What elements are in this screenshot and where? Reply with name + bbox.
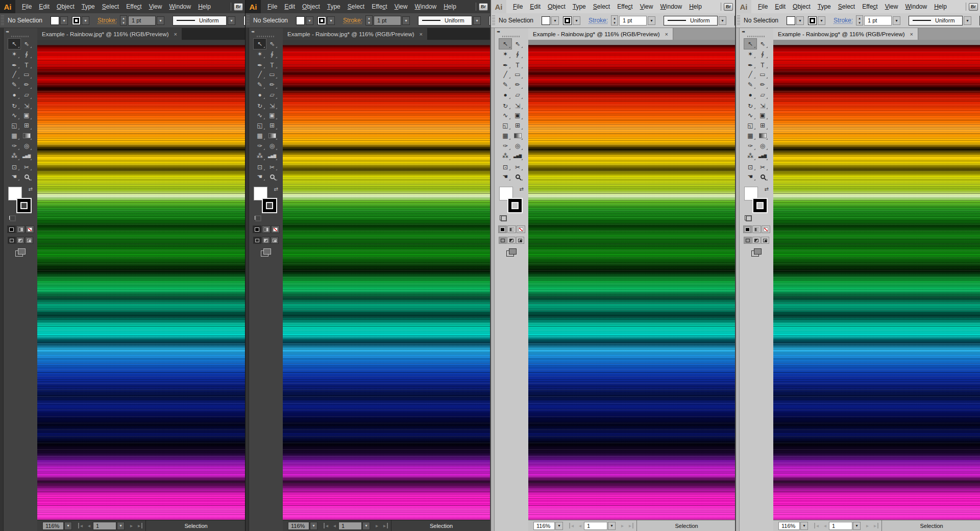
stroke-color-swatch[interactable]	[563, 16, 572, 25]
artboard-dropdown-icon[interactable]: ▾	[362, 522, 370, 530]
rainbow-artwork[interactable]	[283, 45, 490, 520]
draw-normal-button[interactable]	[253, 237, 261, 244]
zoom-level-field[interactable]: 116%	[778, 522, 800, 530]
canvas[interactable]	[773, 40, 980, 520]
perspective-grid-tool[interactable]: ⊞	[266, 120, 278, 131]
first-artboard-icon[interactable]: ◂	[569, 523, 576, 528]
hand-tool[interactable]: ☚	[254, 171, 266, 182]
scale-tool[interactable]: ⇲	[511, 102, 524, 110]
gradient-tool[interactable]	[20, 131, 33, 141]
line-segment-tool[interactable]: ╱	[499, 69, 511, 80]
blend-tool[interactable]: ◎	[756, 141, 769, 151]
stepper-down-icon[interactable]: ▾	[366, 20, 372, 25]
type-tool[interactable]: T	[266, 61, 278, 69]
artboard-number-field[interactable]: 1	[338, 522, 362, 530]
default-fill-stroke-icon[interactable]	[500, 215, 507, 221]
width-profile-dropdown[interactable]: Uniform	[664, 16, 718, 26]
fill-dropdown-arrow-icon[interactable]: ▾	[796, 16, 804, 25]
next-artboard-icon[interactable]: ▸	[373, 523, 381, 528]
last-artboard-icon[interactable]: ▸	[135, 523, 142, 528]
stroke-box[interactable]	[262, 198, 277, 213]
menu-type[interactable]: Type	[569, 1, 590, 12]
zoom-level-field[interactable]: 116%	[42, 522, 64, 530]
panel-drag-handle[interactable]	[747, 36, 766, 37]
menu-help[interactable]: Help	[440, 1, 460, 12]
swap-fill-stroke-icon[interactable]: ⇄	[274, 187, 278, 192]
blob-brush-tool[interactable]: ●	[254, 90, 266, 100]
stepper-up-icon[interactable]: ▴	[366, 16, 372, 20]
lasso-tool[interactable]: ∮	[20, 49, 33, 59]
profile-dropdown-arrow-icon[interactable]: ▾	[473, 16, 481, 25]
last-artboard-icon[interactable]: ▸	[871, 523, 878, 528]
rectangle-tool[interactable]: ▭	[20, 69, 33, 80]
perspective-grid-tool[interactable]: ⊞	[756, 120, 769, 131]
collapse-panel-icon[interactable]: ◂◂	[4, 28, 10, 34]
free-transform-tool[interactable]: ▣	[20, 110, 33, 120]
menu-effect[interactable]: Effect	[122, 1, 145, 12]
free-transform-tool[interactable]: ▣	[511, 110, 524, 120]
controlbar-grip-handle[interactable]	[737, 15, 740, 26]
stroke-weight-link[interactable]: Stroke:	[834, 17, 853, 24]
menu-edit[interactable]: Edit	[35, 1, 53, 12]
free-transform-tool[interactable]: ▣	[266, 110, 278, 120]
canvas[interactable]	[283, 40, 490, 520]
shape-builder-tool[interactable]: ◱	[8, 120, 20, 131]
zoom-level-field[interactable]: 116%	[288, 522, 309, 530]
zoom-dropdown-icon[interactable]: ▾	[64, 522, 72, 530]
menu-effect[interactable]: Effect	[368, 1, 390, 12]
symbol-sprayer-tool[interactable]: ⁂	[254, 151, 266, 161]
menu-file[interactable]: File	[509, 1, 526, 12]
pen-tool[interactable]: ✒	[499, 61, 511, 69]
menu-view[interactable]: View	[145, 1, 166, 12]
menu-edit[interactable]: Edit	[526, 1, 544, 12]
line-segment-tool[interactable]: ╱	[8, 69, 20, 80]
default-fill-stroke-icon[interactable]	[254, 215, 261, 221]
stroke-color-swatch[interactable]	[317, 16, 326, 25]
stepper-down-icon[interactable]: ▾	[611, 20, 618, 25]
draw-inside-button[interactable]	[25, 237, 33, 244]
stroke-dropdown-arrow-icon[interactable]: ▾	[327, 16, 335, 25]
blend-tool[interactable]: ◎	[511, 141, 524, 151]
menu-effect[interactable]: Effect	[859, 1, 881, 12]
stroke-box[interactable]	[16, 198, 32, 213]
width-tool[interactable]: ∿	[744, 110, 756, 120]
gradient-button[interactable]	[16, 225, 25, 233]
next-artboard-icon[interactable]: ▸	[864, 523, 871, 528]
eyedropper-tool[interactable]: ✑	[744, 141, 756, 151]
scale-tool[interactable]: ⇲	[20, 102, 33, 110]
slice-tool[interactable]: ✂	[511, 163, 524, 171]
stroke-weight-stepper[interactable]: ▴ ▾	[856, 15, 863, 26]
menu-select[interactable]: Select	[99, 1, 122, 12]
type-tool[interactable]: T	[756, 61, 769, 69]
stroke-weight-dropdown-icon[interactable]: ▾	[648, 16, 655, 25]
width-profile-dropdown[interactable]: Uniform	[909, 16, 963, 26]
eyedropper-tool[interactable]: ✑	[499, 141, 511, 151]
pen-tool[interactable]: ✒	[744, 61, 756, 69]
document-tab[interactable]: Example - Rainbow.jpg* @ 116% (RGB/Previ…	[283, 28, 428, 40]
next-artboard-icon[interactable]: ▸	[619, 523, 626, 528]
scale-tool[interactable]: ⇲	[266, 102, 278, 110]
stroke-dropdown-arrow-icon[interactable]: ▾	[573, 16, 580, 25]
none-button[interactable]	[762, 225, 770, 233]
symbol-sprayer-tool[interactable]: ⁂	[499, 151, 511, 161]
hand-tool[interactable]: ☚	[499, 171, 511, 182]
document-tab[interactable]: Example - Rainbow.jpg* @ 116% (RGB/Previ…	[37, 28, 182, 40]
menu-file[interactable]: File	[264, 1, 281, 12]
fill-dropdown-arrow-icon[interactable]: ▾	[60, 16, 68, 25]
panel-drag-handle[interactable]	[502, 36, 521, 37]
artboard-number-field[interactable]: 1	[584, 522, 607, 530]
rainbow-artwork[interactable]	[773, 45, 980, 520]
menu-select[interactable]: Select	[344, 1, 368, 12]
draw-normal-button[interactable]	[744, 237, 752, 244]
last-artboard-icon[interactable]: ▸	[381, 523, 388, 528]
magic-wand-tool[interactable]: ✶	[8, 49, 20, 59]
fill-dropdown-arrow-icon[interactable]: ▾	[306, 16, 313, 25]
gradient-tool[interactable]	[756, 131, 769, 141]
fill-color-swatch[interactable]	[51, 16, 59, 25]
stroke-dropdown-arrow-icon[interactable]: ▾	[82, 16, 89, 25]
perspective-grid-tool[interactable]: ⊞	[20, 120, 33, 131]
color-button[interactable]	[498, 225, 507, 233]
menu-help[interactable]: Help	[194, 1, 214, 12]
column-graph-tool[interactable]: ▃▅▇	[20, 151, 33, 161]
screen-mode-button[interactable]	[261, 248, 271, 257]
